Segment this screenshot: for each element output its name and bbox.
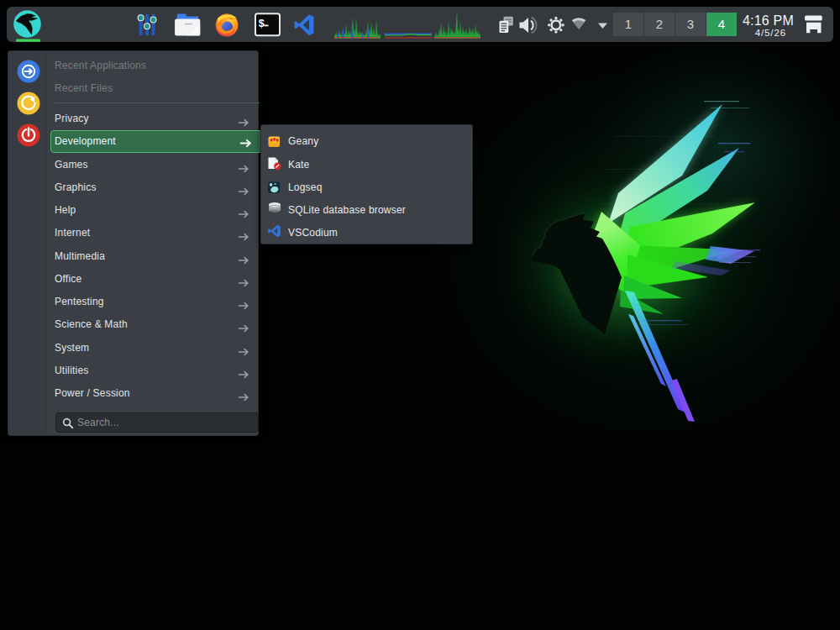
svg-text:$: $ [259, 18, 265, 30]
